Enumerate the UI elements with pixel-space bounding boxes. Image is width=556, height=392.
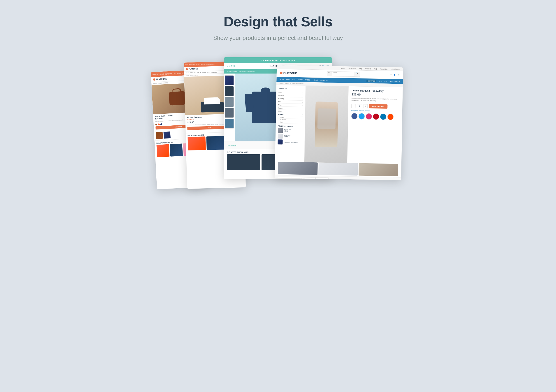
s1-related-1 [156, 144, 170, 157]
s3-thumb-5[interactable] [225, 119, 234, 128]
s4-recent-3: Osaka Entry Tee Superdry [278, 139, 302, 145]
s4-logo-icon [280, 71, 283, 74]
s4-recent-img-3 [278, 139, 283, 144]
s2-nav-pages: PAGES [202, 72, 206, 73]
s3-menu-label: MENU [229, 65, 235, 67]
s4-prod-img-3[interactable] [359, 163, 398, 176]
s4-categories-values[interactable]: Sweaters, Women [359, 110, 370, 112]
s3-topbar: Fluro Big Pullover Designers Remix [224, 57, 332, 63]
s3-banner-text: Fluro Big Pullover Designers Remix [261, 59, 295, 61]
s4-fb-icon[interactable] [351, 113, 357, 119]
s4-nav-elements[interactable]: ELEMENTS [320, 79, 328, 81]
s4-logo-text: FLATSOME [283, 72, 297, 75]
s4-recent-price-1: $35,00 [284, 130, 302, 132]
s4-recent-img-1 [278, 128, 283, 133]
s3-menu-lines: ≡ [227, 65, 228, 67]
s4-nav-shop[interactable]: SHOP ▾ [298, 79, 303, 81]
page-subtitle: Show your products in a perfect and beau… [213, 35, 343, 42]
screen-4: About Our Stores Blog Contact FAQ Newsle… [275, 65, 403, 180]
s3-thumb-4[interactable] [225, 108, 234, 118]
s4-prod-img-2[interactable] [318, 162, 358, 175]
s4-stores-link[interactable]: Our Stores [348, 68, 356, 69]
s4-recent-img-2 [278, 134, 283, 138]
s1-logo-text: FLATSOME [156, 78, 167, 81]
s4-recent-1: Patient Ninja $35,00 [278, 128, 302, 133]
s1-bag-shape [169, 91, 185, 106]
s4-product-price: $22,00 [352, 93, 399, 97]
s1-color-dot-brown [155, 124, 157, 125]
s1-thumb-2 [163, 131, 170, 139]
s4-about-link[interactable]: About [341, 68, 345, 69]
s4-recent-info-1: Patient Ninja $35,00 [284, 129, 302, 132]
s3-thumb-1[interactable] [225, 75, 234, 85]
s2-nav-shop: SHOP [197, 72, 201, 73]
s4-logo: FLATSOME [280, 71, 297, 75]
s4-tw-icon[interactable] [358, 113, 365, 120]
s2-logo-text: FLATSOME [188, 68, 198, 70]
s4-product-img [304, 85, 349, 163]
s3-rel-1 [227, 154, 260, 170]
s3-thumb-3[interactable] [225, 97, 234, 107]
s4-user-icon[interactable]: 👤 [394, 74, 396, 76]
s4-addcart-button[interactable]: ADD TO CART [369, 104, 387, 108]
s4-social-thumbs [351, 113, 399, 120]
s4-nav-blog[interactable]: BLOG [314, 79, 318, 81]
s4-search-button[interactable]: 🔍 [354, 72, 360, 76]
s4-product-title: Lenox Star Knit Hunkydory [352, 89, 399, 93]
s4-nav-home[interactable]: HOME [280, 78, 284, 80]
s3-menu-icon[interactable]: ≡ MENU [227, 65, 235, 67]
s2-logo-icon [186, 68, 188, 70]
s4-ig-icon[interactable] [366, 113, 372, 120]
s1-logo: FLATSOME [153, 78, 167, 81]
s4-recent-name-3: Osaka Entry Tee Superdry [283, 141, 302, 143]
s1-related-2 [170, 143, 183, 157]
page-title: Design that Sells [224, 14, 333, 30]
s4-qty-minus[interactable]: − [351, 104, 355, 108]
s2-related-2 [206, 136, 224, 150]
s4-contact-link[interactable]: Contact [365, 68, 371, 69]
s4-recent-2: Happy Ninja $18,00 [278, 134, 302, 139]
s4-blog-link[interactable]: Blog [359, 68, 362, 69]
s4-faq-link[interactable]: FAQ [374, 68, 377, 69]
s2-nav-blog: BLOG [207, 71, 210, 73]
s3-desc-tab[interactable]: DESCRIPTION [227, 145, 236, 147]
s4-cart-icons: ♡ 👤 🛒 [390, 74, 400, 76]
s2-nav-elements: ELEMENTS [211, 71, 217, 73]
s4-contact-badge: CONTACT [367, 80, 376, 82]
s4-phone: +47 900 99 000 [389, 81, 400, 82]
s4-rd-icon[interactable] [387, 114, 394, 120]
sidebar-subitem-tops[interactable]: Tops [278, 121, 303, 124]
s1-thumb-1 [156, 132, 163, 139]
s4-qty-value: 1 [357, 104, 362, 108]
s4-languages-link[interactable]: Languages ▾ [391, 68, 400, 70]
s1-color-dot-orange [158, 123, 160, 125]
s4-recently-title: RECENTLY VIEWED [278, 125, 303, 127]
s4-main-product: Lenox Star Knit Hunkydory $22,00 Marfa a… [304, 85, 403, 164]
s1-topbar-text: ADD ANYTHING HERE OR JUST REMOVE IT... [152, 72, 186, 75]
s4-categories-label: Categories: [351, 110, 358, 111]
s4-product-details: Lenox Star Knit Hunkydory $22,00 Marfa a… [347, 86, 403, 164]
s4-newsletter-link[interactable]: Newsletter [380, 68, 387, 70]
s2-topbar-text: ADD ANYTHING HERE OR JUST REMOVE IT... [185, 63, 215, 65]
s4-search-input[interactable]: Search... [332, 71, 354, 76]
s4-prod-img-1[interactable] [278, 162, 318, 175]
s2-nav-home: HOME [186, 72, 189, 74]
s4-categories: Categories: Sweaters, Women [351, 110, 399, 112]
s3-thumb-2[interactable] [225, 86, 234, 96]
s4-recent-price-2: $18,00 [284, 136, 302, 138]
s4-product-imgs-row [275, 162, 402, 176]
s4-sidebar: BROWSE Bags› Booking› Clothing› Men› Mus… [275, 85, 306, 162]
s4-sweater-overlay [317, 108, 336, 129]
s4-search-select[interactable]: All [327, 71, 332, 76]
s4-wishlist-icon[interactable]: ♡ [390, 74, 392, 76]
s2-logo: FLATSOME [186, 68, 198, 70]
s4-pi-icon[interactable] [373, 113, 379, 120]
s3-sweater-shape [252, 91, 279, 123]
s4-nav-pages[interactable]: PAGES ▾ [305, 79, 312, 81]
s4-product-desc: Marfa authentic High Life veniam. Tumblr… [352, 98, 399, 102]
s4-li-icon[interactable] [380, 113, 386, 120]
s4-cart-icon[interactable]: 🛒 [398, 74, 400, 76]
s4-nav-features[interactable]: FEATURES ▾ [286, 78, 295, 81]
s4-qty-plus[interactable]: + [363, 104, 368, 108]
screens-showcase: ADD ANYTHING HERE OR JUST REMOVE IT... F… [154, 57, 402, 188]
